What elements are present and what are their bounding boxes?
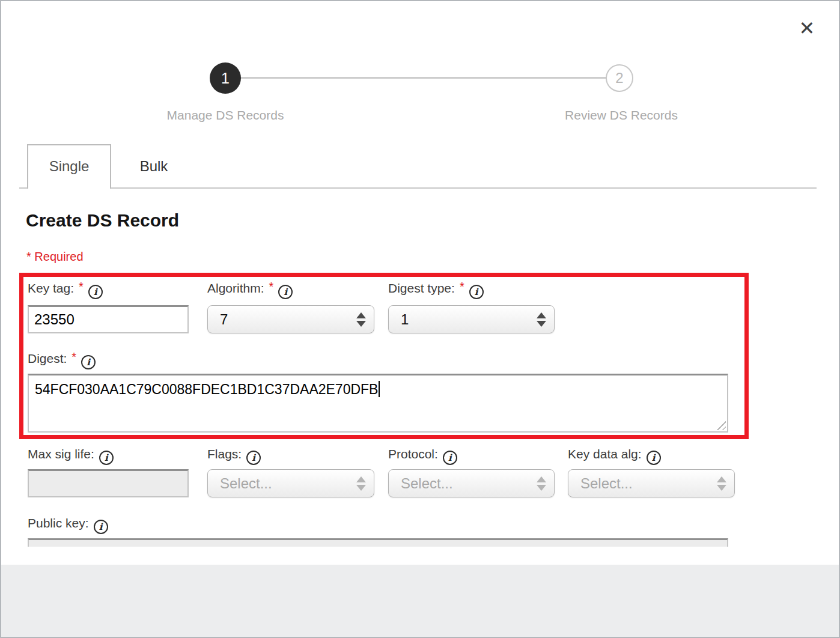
protocol-label-text: Protocol: <box>388 447 438 461</box>
tab-single[interactable]: Single <box>27 144 111 189</box>
required-asterisk: * <box>460 280 464 293</box>
flags-label: Flags:i <box>207 447 261 465</box>
dialog-footer: Cancel Back Next <box>1 565 840 638</box>
required-note: * Required <box>26 250 84 264</box>
public-key-label-text: Public key: <box>28 516 89 530</box>
stepper-step-2-circle: 2 <box>606 64 633 92</box>
stepper-step-2-label: Review DS Records <box>531 108 711 123</box>
info-icon[interactable]: i <box>246 451 261 465</box>
info-icon[interactable]: i <box>469 285 484 299</box>
page-title: Create DS Record <box>26 210 179 231</box>
info-icon[interactable]: i <box>443 451 457 465</box>
digest-label: Digest:*i <box>28 351 96 369</box>
stepper-connector-line <box>225 77 619 79</box>
algorithm-label-text: Algorithm: <box>207 281 264 295</box>
key-tag-input[interactable] <box>28 305 189 333</box>
info-icon-glyph: i <box>94 287 97 297</box>
info-icon-glyph: i <box>448 452 452 463</box>
digest-textarea[interactable]: 54FCF030AA1C79C0088FDEC1BD1C37DAA2E70DFB <box>28 374 728 433</box>
algorithm-select-value: 7 <box>220 311 356 328</box>
key-data-alg-select-value: Select... <box>580 475 717 492</box>
digest-type-select[interactable]: 1 <box>388 305 555 333</box>
info-icon[interactable]: i <box>278 285 293 299</box>
flags-select[interactable]: Select... <box>207 469 374 497</box>
algorithm-label: Algorithm:*i <box>207 281 293 299</box>
info-icon-glyph: i <box>284 287 287 297</box>
select-arrows-icon <box>537 312 546 327</box>
text-caret <box>379 381 380 397</box>
stepper-step-1-label: Manage DS Records <box>135 108 315 123</box>
info-icon[interactable]: i <box>99 451 114 465</box>
stepper-step-1-circle: 1 <box>210 62 241 94</box>
close-icon[interactable]: ✕ <box>793 14 821 42</box>
protocol-select[interactable]: Select... <box>388 469 555 497</box>
digest-type-label-text: Digest type: <box>388 281 455 295</box>
flags-select-value: Select... <box>220 475 356 492</box>
protocol-select-value: Select... <box>401 475 537 492</box>
algorithm-select[interactable]: 7 <box>207 305 374 333</box>
public-key-label: Public key:i <box>28 516 108 534</box>
key-data-alg-label: Key data alg:i <box>568 447 661 465</box>
select-arrows-icon <box>537 476 546 491</box>
max-sig-life-input[interactable] <box>28 469 189 497</box>
select-arrows-icon <box>356 476 366 491</box>
key-data-alg-select[interactable]: Select... <box>568 469 735 497</box>
key-data-alg-label-text: Key data alg: <box>568 447 642 461</box>
resize-grip-icon[interactable] <box>714 419 726 430</box>
info-icon-glyph: i <box>87 357 90 368</box>
info-icon[interactable]: i <box>88 285 103 299</box>
create-ds-record-dialog: ✕ 1 2 Manage DS Records Review DS Record… <box>0 0 840 638</box>
digest-type-label: Digest type:*i <box>388 281 484 299</box>
digest-textarea-value: 54FCF030AA1C79C0088FDEC1BD1C37DAA2E70DFB <box>35 381 378 397</box>
select-arrows-icon <box>356 312 366 327</box>
key-tag-label-text: Key tag: <box>28 281 74 295</box>
info-icon-glyph: i <box>105 452 108 463</box>
info-icon[interactable]: i <box>647 451 661 465</box>
flags-label-text: Flags: <box>207 447 242 461</box>
select-arrows-icon <box>717 476 726 491</box>
tab-bulk[interactable]: Bulk <box>119 145 189 187</box>
info-icon-glyph: i <box>475 287 478 297</box>
info-icon[interactable]: i <box>81 355 96 369</box>
info-icon-glyph: i <box>99 521 103 532</box>
tab-bar-underline <box>19 187 817 189</box>
required-asterisk: * <box>79 280 84 293</box>
protocol-label: Protocol:i <box>388 447 457 465</box>
max-sig-life-label-text: Max sig life: <box>28 447 94 461</box>
digest-label-text: Digest: <box>28 351 67 365</box>
key-tag-label: Key tag:*i <box>28 281 103 299</box>
public-key-textarea[interactable] <box>28 538 728 547</box>
digest-type-select-value: 1 <box>401 311 537 328</box>
info-icon[interactable]: i <box>94 520 108 534</box>
info-icon-glyph: i <box>652 452 656 463</box>
required-asterisk: * <box>269 280 274 293</box>
required-asterisk: * <box>72 350 76 363</box>
max-sig-life-label: Max sig life:i <box>28 447 114 465</box>
info-icon-glyph: i <box>252 452 255 463</box>
